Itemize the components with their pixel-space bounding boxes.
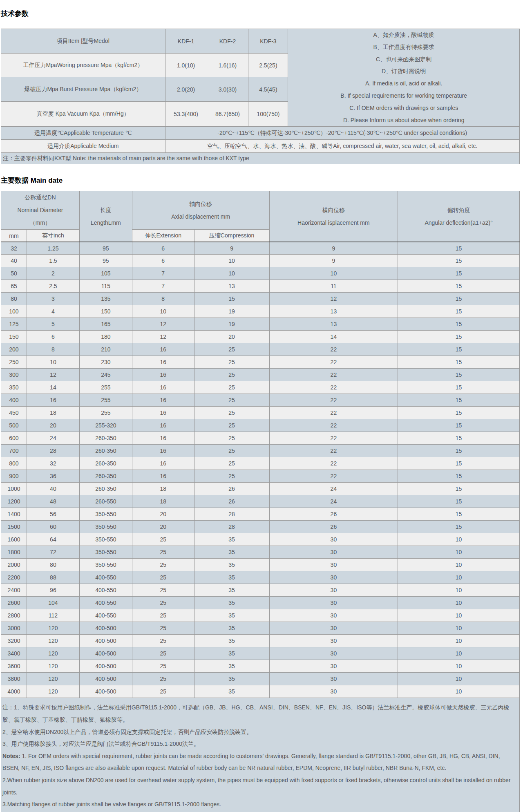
cell: 150 bbox=[1, 331, 27, 343]
cell: 8 bbox=[27, 343, 79, 356]
table-row: 注：主要零件材料同KXT型 Note: the materials of mai… bbox=[1, 153, 520, 164]
cell: 1.0(10) bbox=[165, 54, 207, 77]
cell: 15 bbox=[398, 419, 520, 432]
cell: 25 bbox=[194, 369, 269, 381]
cell: 255-320 bbox=[79, 419, 132, 432]
cell: 35 bbox=[194, 546, 269, 559]
main-data-table: 公称通径DN Nominal Diameter （mm） 长度 LengthLm… bbox=[1, 191, 520, 698]
cell: 25 bbox=[132, 635, 194, 647]
cell: 30 bbox=[269, 597, 398, 609]
cell: 25 bbox=[132, 597, 194, 609]
cell: 80 bbox=[27, 559, 79, 571]
cell: 10 bbox=[398, 635, 520, 647]
cell: 10 bbox=[398, 597, 520, 609]
cell: 60 bbox=[27, 521, 79, 533]
side-note-line: C、也可来函来图定制 bbox=[290, 54, 518, 66]
cell: 25 bbox=[132, 546, 194, 559]
cell: 15 bbox=[398, 280, 520, 293]
cell: 260-350 bbox=[79, 470, 132, 483]
table-row: 90036260-35016252215 bbox=[1, 470, 520, 483]
cell: 25 bbox=[194, 419, 269, 432]
cell: 35 bbox=[194, 609, 269, 622]
table-row: 120048260-55018262415 bbox=[1, 495, 520, 508]
cell: 25 bbox=[194, 356, 269, 369]
cell: 300 bbox=[1, 369, 27, 381]
medium-value: 空气、压缩空气、水、海水、热水、油、酸、碱等Air, compressed ai… bbox=[165, 140, 519, 153]
cell: 9 bbox=[194, 242, 269, 255]
cell: 200 bbox=[1, 343, 27, 356]
cell: 15 bbox=[398, 331, 520, 343]
cell: 48 bbox=[27, 495, 79, 508]
cell: 350 bbox=[1, 381, 27, 394]
cell: 26 bbox=[194, 495, 269, 508]
section-title-main-data: 主要数据 Main date bbox=[0, 177, 523, 185]
cell: 400-550 bbox=[79, 584, 132, 597]
cell: 15 bbox=[398, 369, 520, 381]
cell: 12 bbox=[132, 318, 194, 331]
cell: 22 bbox=[269, 470, 398, 483]
cell: 95 bbox=[79, 255, 132, 267]
table-row: 8031358151215 bbox=[1, 293, 520, 305]
cell: 10 bbox=[398, 584, 520, 597]
cell: 26 bbox=[194, 483, 269, 495]
header-model-kdf3: KDF-3 bbox=[248, 29, 288, 54]
cell: 20 bbox=[194, 331, 269, 343]
cell: 3.0(30) bbox=[207, 77, 248, 102]
cell: 72 bbox=[27, 546, 79, 559]
table-row: 3000120400-50025353010 bbox=[1, 622, 520, 635]
cell: 15 bbox=[398, 457, 520, 470]
cell: 16 bbox=[132, 394, 194, 407]
cell: 120 bbox=[27, 635, 79, 647]
cell: 35 bbox=[194, 685, 269, 698]
cell: 35 bbox=[194, 559, 269, 571]
side-note-line: A、如介质油，酸碱物质 bbox=[290, 29, 518, 41]
cell: 15 bbox=[398, 293, 520, 305]
cell: 105 bbox=[79, 267, 132, 280]
header-item-model: 项目Item |型号Medol bbox=[1, 29, 165, 54]
cell: 25 bbox=[132, 584, 194, 597]
table-row: 3200120400-50025353010 bbox=[1, 635, 520, 647]
table-row: 项目Item |型号Medol KDF-1 KDF-2 KDF-3 A、如介质油… bbox=[1, 29, 520, 54]
cell: 40 bbox=[1, 255, 27, 267]
cell: 20 bbox=[27, 419, 79, 432]
cell: 25 bbox=[132, 609, 194, 622]
cell: 15 bbox=[398, 495, 520, 508]
cell: 400-550 bbox=[79, 609, 132, 622]
cell: 800 bbox=[1, 457, 27, 470]
cell: 10 bbox=[398, 609, 520, 622]
table-row: 150618012201415 bbox=[1, 331, 520, 343]
cell: 13 bbox=[194, 280, 269, 293]
cell: 22 bbox=[269, 445, 398, 457]
header-length: 长度 LengthLmm bbox=[79, 191, 132, 242]
table-row: 321.259569915 bbox=[1, 242, 520, 255]
cell: 125 bbox=[1, 318, 27, 331]
cell: 16 bbox=[132, 343, 194, 356]
table-row: 适用介质Applicable Medium 空气、压缩空气、水、海水、热水、油、… bbox=[1, 140, 520, 153]
cell: 12 bbox=[269, 293, 398, 305]
cell: 30 bbox=[269, 622, 398, 635]
cell: 25 bbox=[132, 647, 194, 660]
cell: 10 bbox=[398, 660, 520, 673]
cell: 16 bbox=[132, 381, 194, 394]
cell: 15 bbox=[398, 445, 520, 457]
table-row: 4501825516252215 bbox=[1, 407, 520, 419]
cell: 25 bbox=[194, 381, 269, 394]
cell: 13 bbox=[269, 305, 398, 318]
cell: 10 bbox=[194, 255, 269, 267]
cell: 1500 bbox=[1, 521, 27, 533]
cell: 30 bbox=[269, 673, 398, 685]
cell: 1400 bbox=[1, 508, 27, 521]
cell: 36 bbox=[27, 470, 79, 483]
cell: 13 bbox=[269, 318, 398, 331]
cell: 350-550 bbox=[79, 559, 132, 571]
cell: 400-500 bbox=[79, 685, 132, 698]
cell: 35 bbox=[194, 660, 269, 673]
cell: 3 bbox=[27, 293, 79, 305]
cell: 104 bbox=[27, 597, 79, 609]
cell: 1600 bbox=[1, 533, 27, 546]
cell: 12 bbox=[27, 369, 79, 381]
cell: 35 bbox=[194, 673, 269, 685]
cell: 32 bbox=[1, 242, 27, 255]
cell: 30 bbox=[269, 559, 398, 571]
cell: 255 bbox=[79, 381, 132, 394]
